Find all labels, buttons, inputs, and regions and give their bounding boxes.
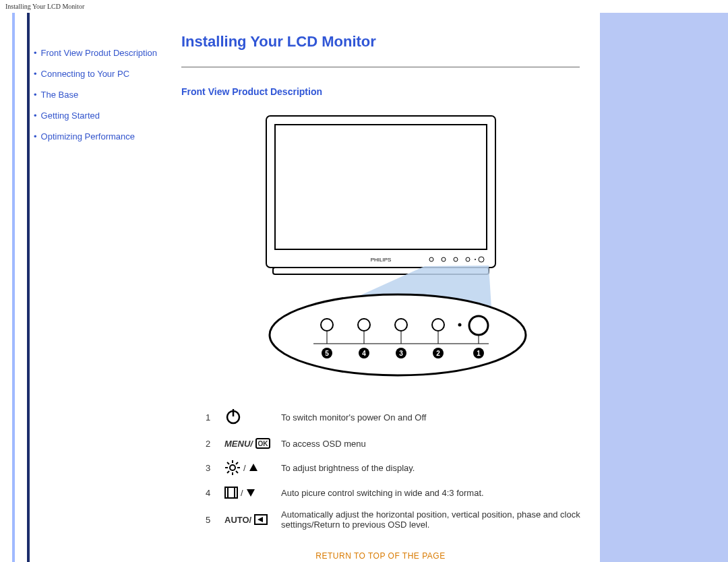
right-accent-band bbox=[600, 13, 728, 562]
auto-text: AUTO/ bbox=[224, 515, 251, 525]
svg-text:4: 4 bbox=[362, 350, 366, 357]
svg-point-34 bbox=[230, 465, 235, 470]
monitor-diagram: PHILIPS bbox=[181, 109, 580, 385]
svg-rect-45 bbox=[228, 487, 235, 498]
control-icon-cell: / bbox=[220, 481, 277, 504]
sidebar-item-front-view[interactable]: • Front View Produt Description bbox=[34, 48, 169, 58]
control-number: 4 bbox=[202, 481, 220, 504]
control-number: 5 bbox=[202, 504, 220, 535]
control-icon-cell: MENU/ OK bbox=[220, 433, 277, 454]
control-desc: Auto picure control switching in wide an… bbox=[277, 481, 600, 504]
sidebar-item-base[interactable]: • The Base bbox=[34, 90, 169, 100]
svg-text:5: 5 bbox=[325, 350, 329, 357]
table-row: 3 / To adjust brightness of the display. bbox=[202, 454, 600, 481]
svg-rect-1 bbox=[275, 125, 487, 249]
sidebar-link[interactable]: Front View Produt Description bbox=[41, 48, 157, 58]
header-path-text: Installing Your LCD Monitor bbox=[0, 0, 728, 13]
menu-ok-icon: MENU/ OK bbox=[224, 438, 273, 449]
brightness-up-icon: / bbox=[224, 460, 273, 476]
title-separator bbox=[181, 67, 580, 67]
svg-line-39 bbox=[227, 462, 229, 464]
page-title: Installing Your LCD Monitor bbox=[181, 33, 580, 51]
svg-line-41 bbox=[227, 471, 229, 473]
bullet-icon: • bbox=[34, 69, 37, 79]
svg-line-42 bbox=[236, 462, 238, 464]
bullet-icon: • bbox=[34, 48, 37, 58]
table-row: 2 MENU/ OK To access OSD menu bbox=[202, 433, 600, 454]
control-desc: To switch monitor's power On and Off bbox=[277, 402, 600, 433]
svg-point-7 bbox=[475, 259, 476, 260]
main-content: Installing Your LCD Monitor Front View P… bbox=[175, 13, 600, 562]
controls-table: 1 To switch monitor's power On and Off 2… bbox=[202, 402, 600, 535]
table-row: 4 / Auto picure control switching in wid… bbox=[202, 481, 600, 504]
svg-point-9 bbox=[270, 294, 526, 375]
accent-bar-light bbox=[12, 13, 15, 562]
svg-marker-46 bbox=[247, 489, 255, 497]
bullet-icon: • bbox=[34, 131, 37, 142]
power-icon bbox=[224, 417, 242, 427]
table-row: 1 To switch monitor's power On and Off bbox=[202, 402, 600, 433]
brand-label: PHILIPS bbox=[370, 257, 391, 263]
sidebar-item-connecting[interactable]: • Connecting to Your PC bbox=[34, 69, 169, 79]
sidebar-item-getting-started[interactable]: • Getting Started bbox=[34, 111, 169, 121]
control-number: 2 bbox=[202, 433, 220, 454]
section-heading: Front View Product Description bbox=[181, 86, 580, 97]
bullet-icon: • bbox=[34, 111, 37, 121]
svg-text:2: 2 bbox=[436, 350, 440, 357]
control-number: 3 bbox=[202, 454, 220, 481]
svg-rect-44 bbox=[225, 487, 237, 498]
control-icon-cell: AUTO/ bbox=[220, 504, 277, 535]
sidebar-item-optimizing[interactable]: • Optimizing Performance bbox=[34, 131, 169, 142]
ok-box-icon: OK bbox=[255, 438, 270, 449]
svg-marker-48 bbox=[257, 517, 263, 522]
control-icon-cell: / bbox=[220, 454, 277, 481]
monitor-svg: PHILIPS bbox=[222, 109, 539, 385]
return-to-top-link[interactable]: RETURN TO TOP OF THE PAGE bbox=[181, 551, 580, 561]
svg-text:3: 3 bbox=[399, 350, 403, 357]
control-icon-cell bbox=[220, 402, 277, 433]
control-desc: Automatically adjust the horizontal posi… bbox=[277, 504, 600, 535]
sidebar-nav: • Front View Produt Description • Connec… bbox=[30, 13, 175, 562]
control-number: 1 bbox=[202, 402, 220, 433]
svg-marker-43 bbox=[249, 464, 257, 471]
left-accent-bars bbox=[0, 13, 30, 562]
aspect-down-icon: / bbox=[224, 487, 273, 499]
svg-text:1: 1 bbox=[477, 350, 481, 357]
sidebar-link[interactable]: Connecting to Your PC bbox=[41, 69, 130, 79]
svg-line-40 bbox=[236, 471, 238, 473]
sidebar-link[interactable]: The Base bbox=[41, 90, 79, 100]
menu-text: MENU/ bbox=[224, 439, 253, 449]
table-row: 5 AUTO/ Automatically adjust the horizon… bbox=[202, 504, 600, 535]
page-container: • Front View Produt Description • Connec… bbox=[0, 13, 728, 562]
svg-point-14 bbox=[458, 323, 461, 327]
control-desc: To access OSD menu bbox=[277, 433, 600, 454]
sidebar-link[interactable]: Getting Started bbox=[41, 111, 100, 121]
control-desc: To adjust brightness of the display. bbox=[277, 454, 600, 481]
sidebar-link[interactable]: Optimizing Performance bbox=[41, 131, 135, 142]
auto-back-icon: AUTO/ bbox=[224, 514, 273, 525]
bullet-icon: • bbox=[34, 90, 37, 100]
